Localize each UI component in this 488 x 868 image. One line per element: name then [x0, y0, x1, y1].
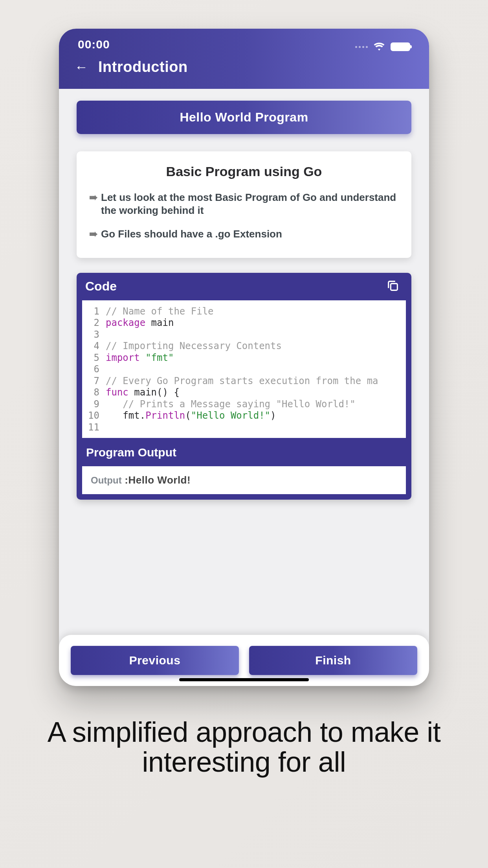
copy-icon[interactable] [386, 279, 400, 294]
info-bullet: ➠ Let us look at the most Basic Program … [89, 191, 399, 217]
info-bullet-text: Go Files should have a .go Extension [101, 228, 282, 241]
status-bar: 00:00 [59, 29, 429, 51]
info-bullet-text: Let us look at the most Basic Program of… [101, 191, 399, 217]
code-body[interactable]: 1// Name of the File2package main34// Im… [82, 300, 406, 438]
finish-button[interactable]: Finish [249, 646, 417, 675]
marketing-tagline: A simplified approach to make it interes… [0, 717, 488, 777]
info-bullet: ➠ Go Files should have a .go Extension [89, 228, 399, 241]
code-title: Code [85, 279, 117, 294]
lesson-banner: Hello World Program [77, 101, 411, 134]
arrow-icon: ➠ [89, 228, 98, 241]
bottom-nav: Previous Finish [59, 635, 429, 686]
status-icons [355, 42, 410, 51]
signal-dots-icon [355, 46, 368, 48]
wifi-icon [373, 42, 385, 51]
output-title: Program Output [77, 438, 411, 466]
code-card: Code 1// Name of the File2package main34… [77, 273, 411, 500]
phone-frame: 00:00 ← Introduction Hello World Program… [59, 29, 429, 686]
info-card: Basic Program using Go ➠ Let us look at … [77, 151, 411, 258]
home-indicator[interactable] [179, 678, 309, 681]
back-arrow-icon[interactable]: ← [75, 59, 88, 75]
info-title: Basic Program using Go [89, 164, 399, 179]
output-value: :Hello World! [122, 474, 191, 486]
status-time: 00:00 [78, 38, 110, 51]
svg-rect-0 [391, 283, 397, 290]
output-body: Output :Hello World! [82, 466, 406, 494]
page-title: Introduction [98, 59, 188, 75]
arrow-icon: ➠ [89, 191, 98, 217]
previous-button[interactable]: Previous [71, 646, 239, 675]
battery-icon [391, 42, 410, 51]
output-label: Output [91, 475, 122, 485]
app-bar: ← Introduction [59, 51, 429, 89]
